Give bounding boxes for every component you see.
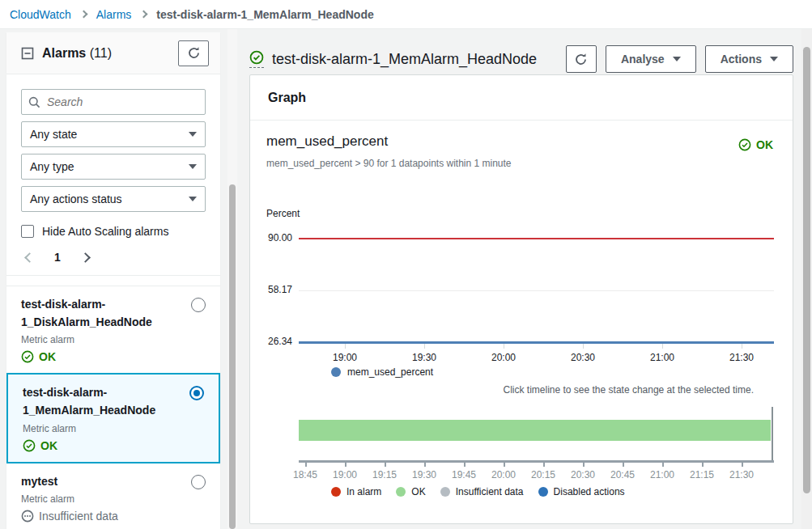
search-box[interactable]	[21, 89, 206, 115]
timeline-tick-label: 20:15	[525, 469, 561, 480]
alarm-detail-header: test-disk-alarm-1_MemAlarm_HeadNode Anal…	[249, 44, 793, 74]
alarm-radio-selected[interactable]	[189, 386, 204, 400]
timeline-tick	[662, 463, 664, 467]
legend-dot-icon	[331, 487, 341, 497]
y-tick-label: 26.34	[250, 336, 292, 347]
state-legend-entry: In alarm	[331, 486, 381, 497]
filter-state-dropdown[interactable]: Any state	[21, 121, 206, 147]
breadcrumb: CloudWatch Alarms test-disk-alarm-1_MemA…	[0, 0, 812, 29]
timeline-tick	[504, 463, 505, 467]
alarm-state: Insufficient data	[21, 510, 206, 523]
state-legend-label: Insufficient data	[456, 486, 524, 497]
alarm-name: test-disk-alarm-1_MemAlarm_HeadNode	[23, 384, 176, 419]
legend-dot-icon	[440, 487, 450, 497]
filter-actions-status-dropdown[interactable]: Any actions status	[21, 186, 206, 212]
legend-dot-icon	[396, 487, 406, 497]
header-buttons: Analyse Actions	[566, 45, 793, 73]
search-icon	[28, 96, 40, 108]
collapse-panel-icon[interactable]	[21, 47, 34, 60]
alarm-name: test-disk-alarm-1_DiskAlarm_HeadNode	[21, 296, 175, 331]
detail-refresh-button[interactable]	[566, 45, 597, 73]
page-scrollbar-thumb[interactable]	[803, 47, 810, 493]
timeline-tick	[702, 463, 704, 467]
y-axis-unit-label: Percent	[266, 208, 300, 219]
state-timeline-bar[interactable]	[299, 420, 771, 441]
metric-chart-plot: mem_used_percent Click timeline to see t…	[299, 75, 774, 525]
x-tick-label: 19:00	[325, 352, 364, 363]
x-tick-label: 20:00	[484, 352, 523, 363]
analyse-button[interactable]: Analyse	[606, 45, 696, 73]
timeline-tick-label: 19:00	[327, 469, 363, 480]
x-tick-label: 21:00	[643, 352, 682, 363]
alarm-state: OK	[23, 439, 204, 452]
x-axis-tick	[662, 344, 663, 349]
graph-card: Graph mem_used_percent mem_used_percent …	[249, 74, 793, 524]
alarm-radio[interactable]	[191, 475, 206, 489]
insufficient-data-icon	[21, 510, 34, 523]
breadcrumb-link-cloudwatch[interactable]: CloudWatch	[10, 8, 71, 21]
timeline-tick-label: 20:30	[565, 469, 601, 480]
page-title: test-disk-alarm-1_MemAlarm_HeadNode	[272, 51, 566, 68]
hide-autoscaling-row: Hide Auto Scaling alarms	[21, 225, 206, 238]
y-tick-label: 90.00	[250, 232, 292, 243]
alarm-type: Metric alarm	[23, 423, 204, 434]
x-tick-label: 21:30	[722, 352, 761, 363]
alarm-type: Metric alarm	[21, 334, 206, 345]
timeline-tick	[464, 463, 466, 467]
pagination-prev-icon[interactable]	[24, 252, 35, 263]
breadcrumb-link-alarms[interactable]: Alarms	[96, 8, 132, 21]
pagination-page-number[interactable]: 1	[54, 251, 61, 264]
pagination: 1	[26, 251, 206, 264]
chevron-right-icon	[79, 11, 87, 19]
alarm-list-item[interactable]: mytest Metric alarm Insufficient data	[6, 463, 220, 529]
state-legend-entry: OK	[396, 486, 425, 497]
alarm-list-item-selected[interactable]: test-disk-alarm-1_MemAlarm_HeadNode Metr…	[6, 373, 220, 463]
refresh-icon	[574, 53, 588, 66]
state-legend-entry: Insufficient data	[440, 486, 524, 497]
search-input[interactable]	[47, 95, 193, 108]
x-axis-tick	[583, 344, 584, 349]
state-legend-label: OK	[411, 486, 425, 497]
timeline-tick-label: 20:45	[605, 469, 640, 480]
x-tick-label: 20:30	[563, 352, 602, 363]
sidebar-scrollbar-thumb[interactable]	[229, 184, 236, 529]
sidebar-title: Alarms (11)	[42, 46, 178, 61]
filter-actions-status-value: Any actions status	[30, 193, 122, 205]
alarm-radio[interactable]	[191, 298, 206, 312]
alarm-name: mytest	[21, 473, 175, 491]
gridline	[299, 290, 774, 291]
timeline-tick-label: 21:00	[644, 469, 680, 480]
state-legend: In alarmOKInsufficient dataDisabled acti…	[331, 486, 625, 497]
state-legend-entry: Disabled actions	[538, 486, 625, 497]
x-axis-tick	[742, 344, 742, 349]
timeline-tick-label: 20:00	[486, 469, 521, 480]
pagination-next-icon[interactable]	[80, 252, 91, 263]
chevron-down-icon	[770, 57, 778, 61]
x-axis-tick	[345, 344, 346, 349]
state-legend-label: Disabled actions	[554, 486, 625, 497]
actions-button[interactable]: Actions	[705, 45, 793, 73]
alarm-list-item[interactable]: test-disk-alarm-1_DiskAlarm_HeadNode Met…	[6, 286, 220, 373]
timeline-hint: Click timeline to see the state change a…	[504, 384, 755, 396]
timeline-tick-label: 21:15	[684, 469, 720, 480]
filter-type-dropdown[interactable]: Any type	[21, 154, 206, 180]
x-tick-label: 19:30	[405, 352, 444, 363]
hide-autoscaling-label: Hide Auto Scaling alarms	[42, 225, 168, 238]
timeline-cursor[interactable]	[772, 407, 773, 462]
timeline-tick	[345, 463, 346, 467]
hide-autoscaling-checkbox[interactable]	[21, 225, 34, 238]
alarm-type: Metric alarm	[21, 493, 206, 505]
chevron-down-icon	[673, 57, 681, 61]
sidebar-refresh-button[interactable]	[178, 40, 209, 66]
ok-check-icon	[23, 439, 36, 452]
threshold-line	[299, 238, 774, 239]
chevron-down-icon	[189, 197, 197, 201]
timeline-tick-label: 19:45	[446, 469, 482, 480]
timeline-tick-label: 21:30	[724, 469, 759, 480]
alarm-state: OK	[21, 350, 206, 363]
timeline-tick	[305, 463, 307, 467]
ok-check-icon	[249, 50, 264, 68]
sidebar-header: Alarms (11)	[6, 32, 220, 74]
timeline-tick	[385, 463, 386, 467]
timeline-tick	[742, 463, 743, 467]
